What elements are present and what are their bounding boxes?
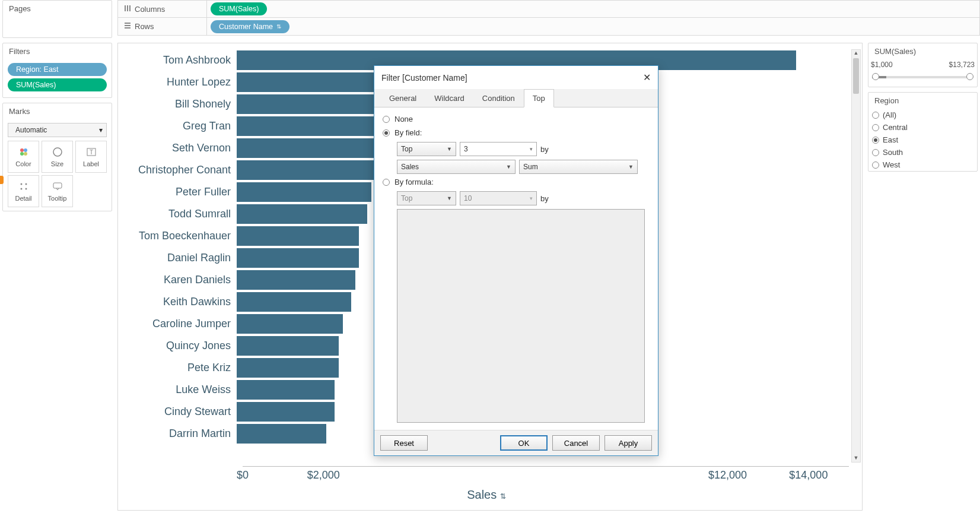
- rows-icon: [124, 22, 131, 31]
- columns-pill[interactable]: SUM(Sales): [211, 2, 267, 15]
- chart-scrollbar[interactable]: ▲ ▼: [851, 49, 861, 463]
- bar[interactable]: [237, 292, 351, 312]
- sum-sales-title: SUM(Sales): [868, 43, 977, 59]
- filter-pill[interactable]: SUM(Sales): [8, 78, 107, 91]
- agg-select[interactable]: Sum▼: [519, 160, 638, 174]
- tooltip-icon: [52, 181, 63, 193]
- row-label: Keith Dawkins: [124, 296, 237, 308]
- svg-rect-20: [125, 27, 131, 28]
- scroll-up-icon[interactable]: ▲: [852, 50, 860, 57]
- dialog-title: Filter [Customer Name]: [381, 73, 467, 83]
- dialog-tab-general[interactable]: General: [380, 89, 425, 107]
- radio-icon: [872, 149, 879, 156]
- scroll-thumb[interactable]: [853, 58, 859, 94]
- svg-point-3: [20, 148, 24, 152]
- direction-select[interactable]: Top▼: [397, 142, 456, 156]
- bar[interactable]: [237, 314, 343, 334]
- filter-pill[interactable]: Region: East: [8, 63, 107, 76]
- svg-point-7: [53, 148, 62, 156]
- ok-button[interactable]: OK: [500, 435, 548, 451]
- pages-card: Pages: [2, 0, 112, 38]
- field-select[interactable]: Sales▼: [397, 160, 516, 174]
- columns-shelf[interactable]: Columns SUM(Sales): [117, 0, 980, 18]
- svg-rect-18: [125, 23, 131, 24]
- marks-card: Marks Automatic ▾ ColorSizeTLabelDetailT…: [2, 103, 112, 211]
- formula-count-input: 10 ▾: [460, 191, 537, 205]
- cancel-button[interactable]: Cancel: [552, 435, 600, 451]
- apply-button[interactable]: Apply: [604, 435, 652, 451]
- bar[interactable]: [237, 204, 367, 224]
- range-max: $13,723: [949, 61, 975, 69]
- row-label: Tom Boeckenhauer: [124, 230, 237, 242]
- pages-title: Pages: [3, 1, 112, 17]
- x-axis: $0$2,000$12,000$14,000: [243, 466, 849, 484]
- bar[interactable]: [237, 160, 376, 180]
- scroll-down-icon[interactable]: ▼: [852, 455, 860, 462]
- bar[interactable]: [237, 380, 335, 400]
- svg-point-10: [20, 183, 22, 185]
- close-icon[interactable]: ✕: [643, 72, 651, 83]
- bar[interactable]: [237, 336, 339, 356]
- detail-button[interactable]: Detail: [8, 175, 39, 207]
- color-icon: [18, 147, 29, 159]
- row-label: Pete Kriz: [124, 362, 237, 374]
- rows-pill[interactable]: Customer Name ⇅: [211, 20, 289, 33]
- row-label: Todd Sumrall: [124, 208, 237, 220]
- row-label: Daniel Raglin: [124, 252, 237, 264]
- row-label: Cindy Stewart: [124, 406, 237, 418]
- opt-byfield-radio[interactable]: [383, 129, 390, 137]
- row-label: Caroline Jumper: [124, 318, 237, 330]
- opt-none-label: None: [394, 115, 413, 124]
- svg-rect-19: [125, 25, 131, 26]
- bar[interactable]: [237, 358, 339, 378]
- svg-point-13: [25, 188, 27, 189]
- svg-rect-15: [125, 5, 126, 11]
- x-axis-title: Sales ⇅: [124, 488, 849, 502]
- region-option[interactable]: Central: [868, 121, 977, 134]
- range-slider[interactable]: [872, 71, 973, 83]
- svg-point-12: [20, 188, 22, 189]
- count-input[interactable]: 3 ▾: [460, 142, 537, 156]
- opt-byfield-label: By field:: [394, 128, 422, 137]
- filters-title: Filters: [3, 43, 112, 59]
- side-handle[interactable]: [0, 176, 4, 184]
- row-label: Christopher Conant: [124, 164, 237, 176]
- svg-rect-16: [127, 5, 128, 11]
- svg-point-11: [25, 183, 27, 185]
- x-tick: $12,000: [708, 469, 747, 482]
- sum-sales-filter-card: SUM(Sales) $1,000 $13,723: [868, 43, 978, 87]
- radio-icon: [872, 162, 879, 169]
- sort-icon: ⇅: [500, 492, 506, 501]
- by-text: by: [540, 145, 549, 154]
- svg-point-5: [20, 152, 24, 156]
- rows-shelf[interactable]: Rows Customer Name ⇅: [117, 18, 980, 36]
- opt-byformula-label: By formula:: [394, 178, 434, 186]
- x-tick: $0: [237, 469, 249, 482]
- region-option[interactable]: East: [868, 134, 977, 146]
- opt-none-radio[interactable]: [383, 116, 390, 123]
- bar[interactable]: [237, 270, 355, 290]
- reset-button[interactable]: Reset: [380, 435, 428, 451]
- bar[interactable]: [237, 182, 371, 202]
- marks-title: Marks: [3, 103, 112, 119]
- size-button[interactable]: Size: [42, 141, 73, 173]
- marks-type-select[interactable]: Automatic ▾: [8, 123, 107, 137]
- dialog-tab-wildcard[interactable]: Wildcard: [425, 89, 473, 107]
- bar[interactable]: [237, 424, 326, 444]
- region-option[interactable]: (All): [868, 109, 977, 121]
- region-option[interactable]: West: [868, 159, 977, 171]
- bar[interactable]: [237, 226, 359, 246]
- dialog-tab-top[interactable]: Top: [524, 89, 554, 107]
- dialog-tab-condition[interactable]: Condition: [473, 89, 524, 107]
- row-label: Quincy Jones: [124, 340, 237, 352]
- bar[interactable]: [237, 248, 359, 268]
- tooltip-button[interactable]: Tooltip: [42, 175, 73, 207]
- svg-rect-17: [129, 5, 131, 11]
- bar[interactable]: [237, 402, 335, 422]
- row-label: Bill Shonely: [124, 98, 237, 110]
- region-option[interactable]: South: [868, 146, 977, 159]
- opt-byformula-radio[interactable]: [383, 179, 390, 186]
- color-button[interactable]: Color: [8, 141, 39, 173]
- label-button[interactable]: TLabel: [75, 141, 107, 173]
- columns-icon: [124, 5, 131, 14]
